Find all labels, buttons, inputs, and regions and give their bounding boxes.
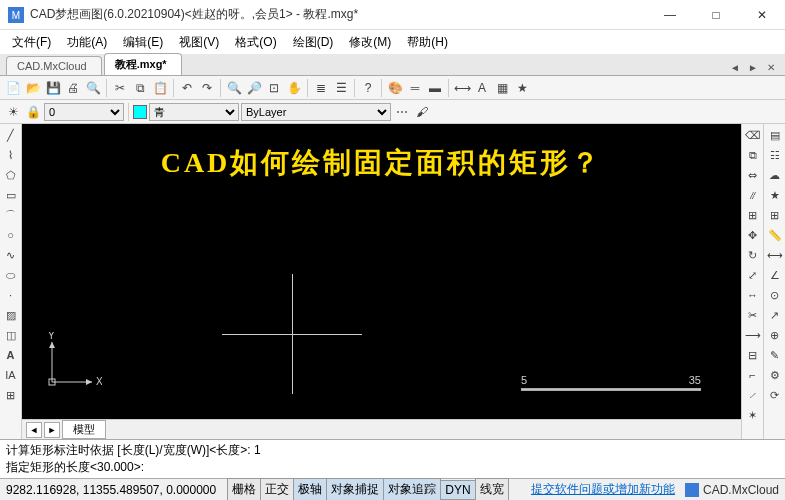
ellipse-icon[interactable]: ⬭ <box>2 266 20 284</box>
status-ortho[interactable]: 正交 <box>260 478 294 500</box>
status-dyn[interactable]: DYN <box>440 480 475 500</box>
maximize-button[interactable]: □ <box>693 0 739 30</box>
zoom-out-icon[interactable]: 🔎 <box>245 79 263 97</box>
fillet-icon[interactable]: ⌐ <box>744 366 762 384</box>
help-icon[interactable]: ? <box>359 79 377 97</box>
cut-icon[interactable]: ✂ <box>111 79 129 97</box>
arc-icon[interactable]: ⌒ <box>2 206 20 224</box>
line-icon[interactable]: ╱ <box>2 126 20 144</box>
array-icon[interactable]: ⊞ <box>744 206 762 224</box>
tab-close-icon[interactable]: ✕ <box>763 59 779 75</box>
color-swatch[interactable] <box>133 105 147 119</box>
scale-icon[interactable]: ⤢ <box>744 266 762 284</box>
layout-next-icon[interactable]: ► <box>44 422 60 438</box>
menu-format[interactable]: 格式(O) <box>227 31 284 54</box>
rotate-icon[interactable]: ↻ <box>744 246 762 264</box>
drawing-canvas[interactable]: CAD如何绘制固定面积的矩形？ X Y 535 <box>22 124 741 419</box>
refresh-icon[interactable]: ⟳ <box>766 386 784 404</box>
layer-lock-icon[interactable]: 🔒 <box>24 103 42 121</box>
save-icon[interactable]: 💾 <box>44 79 62 97</box>
status-grid[interactable]: 栅格 <box>227 478 261 500</box>
paste-icon[interactable]: 📋 <box>151 79 169 97</box>
explode-icon[interactable]: ✶ <box>744 406 762 424</box>
menu-draw[interactable]: 绘图(D) <box>285 31 342 54</box>
mirror-icon[interactable]: ⇔ <box>744 166 762 184</box>
menu-edit[interactable]: 编辑(E) <box>115 31 171 54</box>
erase-icon[interactable]: ⌫ <box>744 126 762 144</box>
layout-prev-icon[interactable]: ◄ <box>26 422 42 438</box>
region-icon[interactable]: ◫ <box>2 326 20 344</box>
layer-manager-icon[interactable]: ☀ <box>4 103 22 121</box>
settings-icon[interactable]: ⚙ <box>766 366 784 384</box>
new-icon[interactable]: 📄 <box>4 79 22 97</box>
move-icon[interactable]: ✥ <box>744 226 762 244</box>
tab-prev-icon[interactable]: ◄ <box>727 59 743 75</box>
tab-cloud[interactable]: CAD.MxCloud <box>6 56 102 75</box>
text-tool-icon[interactable]: A <box>473 79 491 97</box>
linetype-icon[interactable]: ═ <box>406 79 424 97</box>
dimension-icon[interactable]: ⟷ <box>453 79 471 97</box>
star-icon[interactable]: ★ <box>766 186 784 204</box>
color-select[interactable]: 青 <box>149 103 239 121</box>
open-icon[interactable]: 📂 <box>24 79 42 97</box>
properties-panel-icon[interactable]: ☷ <box>766 146 784 164</box>
linetype-select[interactable]: ByLayer <box>241 103 391 121</box>
layer-select[interactable]: 0 <box>44 103 124 121</box>
copy-obj-icon[interactable]: ⧉ <box>744 146 762 164</box>
zoom-in-icon[interactable]: 🔍 <box>225 79 243 97</box>
layers-icon[interactable]: ≣ <box>312 79 330 97</box>
mtext-icon[interactable]: A <box>2 346 20 364</box>
minimize-button[interactable]: — <box>647 0 693 30</box>
palette-icon[interactable]: ▤ <box>766 126 784 144</box>
preview-icon[interactable]: 🔍 <box>84 79 102 97</box>
layout-tab-model[interactable]: 模型 <box>62 420 106 439</box>
wizard-icon[interactable]: ★ <box>513 79 531 97</box>
tab-next-icon[interactable]: ► <box>745 59 761 75</box>
status-osnap[interactable]: 对象捕捉 <box>326 478 384 500</box>
menu-modify[interactable]: 修改(M) <box>341 31 399 54</box>
status-otrack[interactable]: 对象追踪 <box>383 478 441 500</box>
linetype-manager-icon[interactable]: ⋯ <box>393 103 411 121</box>
status-lineweight[interactable]: 线宽 <box>475 478 509 500</box>
text-icon[interactable]: IA <box>2 366 20 384</box>
trim-icon[interactable]: ✂ <box>744 306 762 324</box>
menu-file[interactable]: 文件(F) <box>4 31 59 54</box>
lineweight-icon[interactable]: ▬ <box>426 79 444 97</box>
grid-panel-icon[interactable]: ⊞ <box>766 206 784 224</box>
dim-radius-icon[interactable]: ⊙ <box>766 286 784 304</box>
color-picker-icon[interactable]: 🎨 <box>386 79 404 97</box>
command-input[interactable] <box>144 461 779 475</box>
match-props-icon[interactable]: 🖌 <box>413 103 431 121</box>
extend-icon[interactable]: ⟶ <box>744 326 762 344</box>
undo-icon[interactable]: ↶ <box>178 79 196 97</box>
tab-current[interactable]: 教程.mxg* <box>104 53 182 75</box>
redo-icon[interactable]: ↷ <box>198 79 216 97</box>
close-button[interactable]: ✕ <box>739 0 785 30</box>
hatch-icon[interactable]: ▨ <box>2 306 20 324</box>
polygon-icon[interactable]: ⬠ <box>2 166 20 184</box>
dim-linear-icon[interactable]: ⟷ <box>766 246 784 264</box>
polyline-icon[interactable]: ⌇ <box>2 146 20 164</box>
snap-icon[interactable]: ⊕ <box>766 326 784 344</box>
circle-icon[interactable]: ○ <box>2 226 20 244</box>
menu-function[interactable]: 功能(A) <box>59 31 115 54</box>
rectangle-icon[interactable]: ▭ <box>2 186 20 204</box>
menu-help[interactable]: 帮助(H) <box>399 31 456 54</box>
menu-view[interactable]: 视图(V) <box>171 31 227 54</box>
measure-icon[interactable]: 📏 <box>766 226 784 244</box>
pan-icon[interactable]: ✋ <box>285 79 303 97</box>
edit-icon[interactable]: ✎ <box>766 346 784 364</box>
cloud-icon[interactable]: ☁ <box>766 166 784 184</box>
status-polar[interactable]: 极轴 <box>293 478 327 500</box>
break-icon[interactable]: ⊟ <box>744 346 762 364</box>
insert-block-icon[interactable]: ⊞ <box>2 386 20 404</box>
leader-icon[interactable]: ↗ <box>766 306 784 324</box>
chamfer-icon[interactable]: ⟋ <box>744 386 762 404</box>
block-icon[interactable]: ▦ <box>493 79 511 97</box>
properties-icon[interactable]: ☰ <box>332 79 350 97</box>
dim-angular-icon[interactable]: ∠ <box>766 266 784 284</box>
feedback-link[interactable]: 提交软件问题或增加新功能 <box>531 481 675 498</box>
zoom-extents-icon[interactable]: ⊡ <box>265 79 283 97</box>
spline-icon[interactable]: ∿ <box>2 246 20 264</box>
copy-icon[interactable]: ⧉ <box>131 79 149 97</box>
